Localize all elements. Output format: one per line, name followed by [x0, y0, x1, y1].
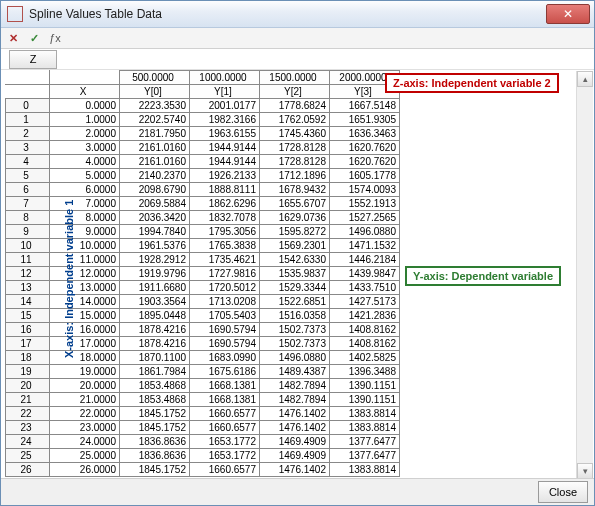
y-cell[interactable]: 2161.0160: [120, 141, 190, 155]
x-cell[interactable]: 26.0000: [50, 463, 120, 477]
row-index[interactable]: 23: [6, 421, 50, 435]
y-cell[interactable]: 1620.7620: [330, 155, 400, 169]
y-cell[interactable]: 1482.7894: [260, 379, 330, 393]
x-cell[interactable]: 24.0000: [50, 435, 120, 449]
x-cell[interactable]: 21.0000: [50, 393, 120, 407]
row-index[interactable]: 17: [6, 337, 50, 351]
y-cell[interactable]: 1595.8272: [260, 225, 330, 239]
y-cell[interactable]: 1427.5173: [330, 295, 400, 309]
y-cell[interactable]: 1836.8636: [120, 435, 190, 449]
y-cell[interactable]: 1390.1151: [330, 379, 400, 393]
y-cell[interactable]: 1845.1752: [120, 421, 190, 435]
x-cell[interactable]: 23.0000: [50, 421, 120, 435]
y-cell[interactable]: 1471.1532: [330, 239, 400, 253]
y-cell[interactable]: 1402.5825: [330, 351, 400, 365]
y-cell[interactable]: 1683.0990: [190, 351, 260, 365]
y-cell[interactable]: 1476.1402: [260, 407, 330, 421]
y-cell[interactable]: 1605.1778: [330, 169, 400, 183]
row-index[interactable]: 21: [6, 393, 50, 407]
row-index[interactable]: 14: [6, 295, 50, 309]
y-cell[interactable]: 1712.1896: [260, 169, 330, 183]
vertical-scrollbar[interactable]: ▴ ▾: [576, 71, 593, 479]
x-cell[interactable]: 17.0000: [50, 337, 120, 351]
y-cell[interactable]: 1569.2301: [260, 239, 330, 253]
y-cell[interactable]: 1651.9305: [330, 113, 400, 127]
x-cell[interactable]: 19.0000: [50, 365, 120, 379]
y-cell[interactable]: 1496.0880: [330, 225, 400, 239]
row-index[interactable]: 0: [6, 99, 50, 113]
row-index[interactable]: 8: [6, 211, 50, 225]
y-cell[interactable]: 1845.1752: [120, 407, 190, 421]
y-cell[interactable]: 2223.3530: [120, 99, 190, 113]
row-index[interactable]: 18: [6, 351, 50, 365]
y-cell[interactable]: 1795.3056: [190, 225, 260, 239]
y-cell[interactable]: 1522.6851: [260, 295, 330, 309]
x-cell[interactable]: 10.0000: [50, 239, 120, 253]
x-cell[interactable]: 25.0000: [50, 449, 120, 463]
x-cell[interactable]: 5.0000: [50, 169, 120, 183]
x-cell[interactable]: 0.0000: [50, 99, 120, 113]
y-cell[interactable]: 1853.4868: [120, 393, 190, 407]
close-button[interactable]: Close: [538, 481, 588, 503]
y-cell[interactable]: 1895.0448: [120, 309, 190, 323]
y-cell[interactable]: 1476.1402: [260, 463, 330, 477]
y-cell[interactable]: 1713.0208: [190, 295, 260, 309]
y-cell[interactable]: 1383.8814: [330, 421, 400, 435]
y-cell[interactable]: 1496.0880: [260, 351, 330, 365]
row-index[interactable]: 11: [6, 253, 50, 267]
y-cell[interactable]: 1928.2912: [120, 253, 190, 267]
x-cell[interactable]: 20.0000: [50, 379, 120, 393]
y-header[interactable]: Y[1]: [190, 85, 260, 99]
y-cell[interactable]: 1408.8162: [330, 337, 400, 351]
row-index[interactable]: 9: [6, 225, 50, 239]
fx-icon[interactable]: ƒx: [45, 29, 65, 47]
y-cell[interactable]: 1728.8128: [260, 155, 330, 169]
y-cell[interactable]: 1878.4216: [120, 337, 190, 351]
x-cell[interactable]: 3.0000: [50, 141, 120, 155]
y-cell[interactable]: 1383.8814: [330, 407, 400, 421]
y-cell[interactable]: 1433.7510: [330, 281, 400, 295]
x-cell[interactable]: 4.0000: [50, 155, 120, 169]
y-cell[interactable]: 1668.1381: [190, 393, 260, 407]
y-header[interactable]: Y[2]: [260, 85, 330, 99]
z-header[interactable]: 1000.0000: [190, 71, 260, 85]
y-cell[interactable]: 1926.2133: [190, 169, 260, 183]
x-cell[interactable]: 18.0000: [50, 351, 120, 365]
y-cell[interactable]: 1620.7620: [330, 141, 400, 155]
z-header[interactable]: 1500.0000: [260, 71, 330, 85]
y-cell[interactable]: 1994.7840: [120, 225, 190, 239]
y-cell[interactable]: 1690.5794: [190, 337, 260, 351]
row-index[interactable]: 16: [6, 323, 50, 337]
y-cell[interactable]: 1502.7373: [260, 337, 330, 351]
y-cell[interactable]: 1888.8111: [190, 183, 260, 197]
y-cell[interactable]: 1660.6577: [190, 463, 260, 477]
y-cell[interactable]: 1961.5376: [120, 239, 190, 253]
y-cell[interactable]: 2181.7950: [120, 127, 190, 141]
y-cell[interactable]: 1678.9432: [260, 183, 330, 197]
y-cell[interactable]: 1982.3166: [190, 113, 260, 127]
y-cell[interactable]: 1629.0736: [260, 211, 330, 225]
y-cell[interactable]: 1728.8128: [260, 141, 330, 155]
row-index[interactable]: 6: [6, 183, 50, 197]
scroll-up-icon[interactable]: ▴: [577, 71, 593, 87]
row-index[interactable]: 20: [6, 379, 50, 393]
x-cell[interactable]: 6.0000: [50, 183, 120, 197]
y-cell[interactable]: 1476.1402: [260, 421, 330, 435]
row-index[interactable]: 5: [6, 169, 50, 183]
x-cell[interactable]: 12.0000: [50, 267, 120, 281]
y-cell[interactable]: 2069.5884: [120, 197, 190, 211]
x-cell[interactable]: 9.0000: [50, 225, 120, 239]
y-cell[interactable]: 1878.4216: [120, 323, 190, 337]
row-index[interactable]: 13: [6, 281, 50, 295]
y-cell[interactable]: 1552.1913: [330, 197, 400, 211]
y-cell[interactable]: 1489.4387: [260, 365, 330, 379]
row-index[interactable]: 4: [6, 155, 50, 169]
y-cell[interactable]: 1911.6680: [120, 281, 190, 295]
row-index[interactable]: 2: [6, 127, 50, 141]
window-close-button[interactable]: ✕: [546, 4, 590, 24]
x-header[interactable]: X: [50, 85, 120, 99]
y-cell[interactable]: 1836.8636: [120, 449, 190, 463]
y-cell[interactable]: 1765.3838: [190, 239, 260, 253]
y-cell[interactable]: 1529.3344: [260, 281, 330, 295]
row-index[interactable]: 19: [6, 365, 50, 379]
